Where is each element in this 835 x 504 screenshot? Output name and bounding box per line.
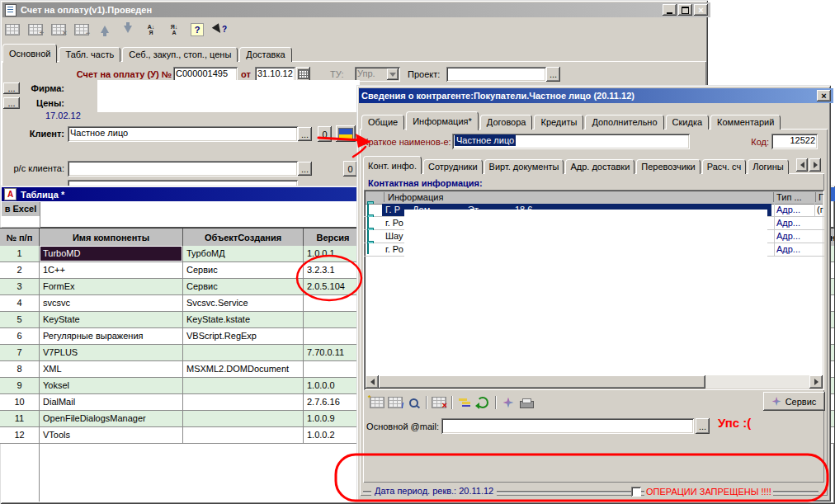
move-down-button[interactable] (119, 21, 137, 38)
cell-object[interactable]: Svcsvc.Service (183, 295, 304, 311)
tu-dropdown-button[interactable] (387, 68, 399, 80)
maximize-button[interactable] (678, 4, 692, 16)
cell-version[interactable]: 1.0.0.9 (304, 411, 363, 426)
tab-osnovnoy[interactable]: Основной (2, 44, 57, 63)
cell-name[interactable]: DialMail (40, 394, 183, 410)
invoice-titlebar[interactable]: Счет на оплату(v1).Проведен × (2, 2, 710, 17)
grid-delete-button[interactable]: × (50, 21, 68, 38)
sort-desc-button[interactable]: Я↓А (165, 21, 183, 38)
col-header-name[interactable]: Имя компоненты (40, 228, 183, 247)
tu-combobox[interactable]: Упр. (355, 67, 400, 82)
scroll-thumb[interactable] (379, 375, 705, 389)
minimize-button[interactable] (663, 4, 677, 16)
col-header-object[interactable]: ОбъектСоздания (183, 228, 304, 247)
service-button[interactable]: Сервис (763, 392, 825, 411)
sort-asc-button[interactable]: А↓Я (142, 21, 160, 38)
cell-name[interactable]: XML (40, 361, 183, 377)
dialog-titlebar[interactable]: Сведения о контрагенте:Покупатели.Частно… (359, 88, 833, 103)
view-item-button[interactable] (404, 394, 422, 411)
move-up-button[interactable] (96, 21, 114, 38)
tab-dopolnitelno[interactable]: Дополнительно (585, 115, 663, 130)
tab-seb-zakup[interactable]: Себ., закуп., стоп., цены (122, 47, 238, 62)
sparkle-button[interactable] (499, 394, 517, 411)
cell-version[interactable] (304, 312, 363, 327)
email-field[interactable] (441, 418, 694, 434)
cell-name[interactable]: TurboMD (40, 246, 183, 261)
cell-version[interactable] (304, 328, 363, 344)
edit-item-button[interactable]: / (386, 394, 404, 411)
cell-object[interactable]: VBScript.RegExp (183, 328, 304, 344)
code-field[interactable]: 12522 (771, 134, 818, 149)
tab-kredity[interactable]: Кредиты (534, 115, 583, 130)
tab-virt-dokumenty[interactable]: Вирт. документы (484, 159, 564, 174)
cell-name[interactable]: OpenFileDialogsManager (40, 411, 183, 426)
cell-version[interactable]: 2.0.5.104 (304, 279, 363, 294)
hscrollbar[interactable] (366, 375, 823, 389)
cell-version[interactable]: 2.7.6.16 (304, 394, 363, 410)
col-header-version[interactable]: Версия (304, 228, 363, 247)
excel-button[interactable]: в Excel (2, 202, 40, 217)
client-zero-button[interactable]: 0 (318, 126, 332, 142)
cell-object[interactable] (183, 394, 304, 410)
tab-loginy[interactable]: Логины (748, 159, 788, 174)
cell-object[interactable] (183, 427, 304, 443)
list-col-info[interactable]: Информация (384, 192, 771, 202)
cell-version[interactable]: 1.0.0.1 (304, 246, 363, 261)
refresh-button[interactable] (474, 394, 492, 411)
tab-adr-dostavki[interactable]: Адр. доставки (565, 159, 635, 174)
print-button[interactable] (517, 394, 535, 411)
scroll-left-button[interactable] (366, 375, 379, 389)
tab-informatsiya[interactable]: Информация* (406, 111, 479, 130)
close-button[interactable]: × (694, 4, 708, 16)
cell-object[interactable]: MSXML2.DOMDocument (183, 361, 304, 377)
account-field[interactable] (68, 161, 298, 177)
cell-object[interactable]: Сервис (183, 262, 304, 278)
help-button[interactable]: ? (188, 21, 206, 38)
account-browse-button[interactable]: ... (298, 162, 312, 176)
tab-tabl-chast[interactable]: Табл. часть (59, 47, 120, 62)
cell-object[interactable]: Сервис (183, 279, 304, 294)
cell-object[interactable] (183, 411, 304, 426)
client-flag-button[interactable] (336, 125, 356, 142)
cell-version[interactable] (304, 295, 363, 311)
cell-name[interactable]: 1C++ (40, 262, 183, 278)
sheet-empty-cell[interactable] (2, 216, 40, 228)
grid-add-button[interactable]: + (26, 21, 45, 38)
delete-item-button[interactable]: × (430, 394, 448, 411)
new-item-button[interactable]: * (368, 394, 386, 411)
tab-dogovora[interactable]: Договора (480, 115, 533, 130)
cell-name[interactable]: Yoksel (40, 378, 183, 393)
account-zero-button[interactable]: 0 (343, 161, 357, 177)
tab-scroll-left-button[interactable] (796, 158, 808, 172)
cell-name[interactable]: Регулярные выражения (40, 328, 183, 344)
grid-button[interactable] (3, 21, 21, 38)
cell-object[interactable]: KeyState.kstate (183, 312, 304, 327)
tab-sotrudniki[interactable]: Сотрудники (423, 159, 483, 174)
cell-version[interactable]: 7.70.0.11 (304, 345, 363, 360)
list-col-type[interactable]: Тип ... (773, 192, 814, 202)
context-help-button[interactable]: ? (211, 21, 229, 38)
tab-kommentariy[interactable]: Комментарий (710, 115, 781, 130)
tab-dostavka[interactable]: Доставка (239, 47, 291, 62)
short-name-field[interactable]: Частное лицо (452, 134, 690, 149)
client-browse-button[interactable]: ... (298, 127, 312, 141)
tab-perevozchiki[interactable]: Перевозчики (636, 159, 700, 174)
tab-obshchie[interactable]: Общие (361, 115, 404, 130)
cell-name[interactable]: svcsvc (40, 295, 183, 311)
grid-copy-button[interactable]: − (73, 21, 91, 38)
tab-scroll-right-button[interactable] (809, 158, 821, 172)
col-header-num[interactable]: № п/п (0, 228, 40, 247)
cell-version[interactable]: 3.2.3.1 (304, 262, 363, 278)
cell-object[interactable] (183, 378, 304, 393)
cell-object[interactable] (183, 345, 304, 360)
cell-name[interactable]: KeyState (40, 312, 183, 327)
tab-skidka[interactable]: Скидка (666, 115, 710, 130)
dialog-close-button[interactable]: × (817, 90, 831, 101)
cell-version[interactable]: 1.0.0.0 (304, 378, 363, 393)
cell-version[interactable] (304, 361, 363, 377)
project-field[interactable] (446, 67, 546, 82)
operations-forbidden-checkbox[interactable] (631, 487, 641, 497)
email-browse-button[interactable]: ... (696, 418, 710, 434)
list-col-group[interactable]: Г (815, 192, 825, 202)
cell-version[interactable]: 1.0.0.2 (304, 427, 363, 443)
